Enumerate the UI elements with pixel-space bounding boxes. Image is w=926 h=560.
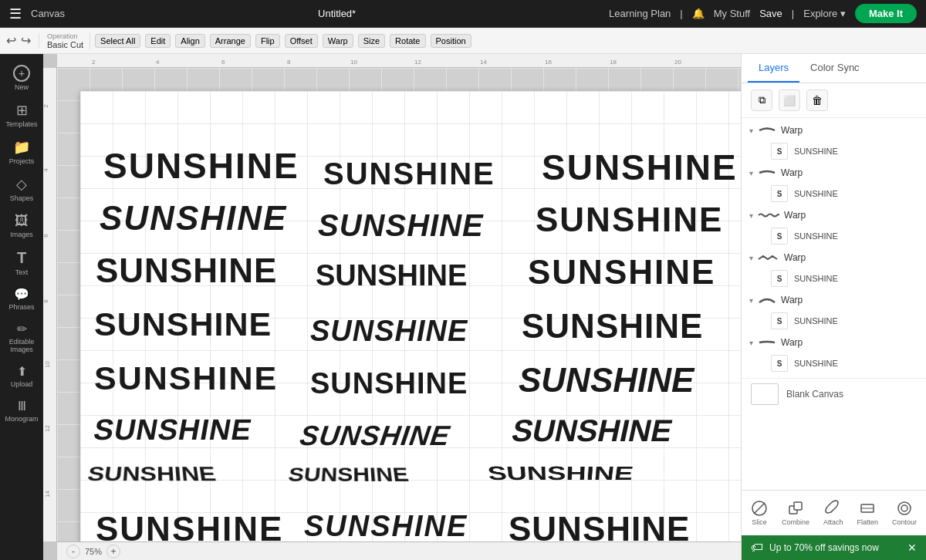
- canvas-item[interactable]: SUNSHINE: [486, 462, 635, 484]
- canvas-item[interactable]: SUNSHINE: [542, 147, 738, 188]
- phrases-icon: 💬: [14, 287, 29, 302]
- canvas-item[interactable]: SUNSHINE: [100, 199, 287, 238]
- canvas-item[interactable]: SUNSHINE: [103, 145, 299, 187]
- align-button[interactable]: Align: [175, 34, 204, 48]
- sidebar-item-editable-images[interactable]: ✏ Editable Images: [3, 317, 40, 358]
- operation-value[interactable]: Basic Cut: [47, 40, 83, 49]
- sidebar-item-monogram[interactable]: Ⅲ Monogram: [3, 394, 40, 427]
- canvas-item[interactable]: SUNSHINE: [318, 208, 484, 243]
- canvas-item[interactable]: SUNSHINE: [509, 413, 675, 448]
- canvas-item[interactable]: SUNSHINE: [286, 464, 410, 486]
- rotate-button[interactable]: Rotate: [390, 34, 425, 48]
- canvas-item[interactable]: SUNSHINE: [323, 157, 495, 191]
- canvas-item[interactable]: SUNSHINE: [528, 253, 715, 292]
- group-layer-button[interactable]: ⬜: [779, 89, 800, 111]
- tab-layers[interactable]: Layers: [748, 54, 799, 83]
- layer-group-header[interactable]: ▾ Warp: [742, 333, 926, 352]
- layer-item[interactable]: S SUNSHINE: [742, 140, 926, 163]
- copy-layer-button[interactable]: ⧉: [751, 89, 772, 111]
- layer-item[interactable]: S SUNSHINE: [742, 352, 926, 375]
- panel-tools: Slice Combine Attach Flatten Contour: [742, 490, 926, 535]
- warp-button[interactable]: Warp: [323, 34, 353, 48]
- tab-color-sync[interactable]: Color Sync: [799, 54, 870, 83]
- attach-tool[interactable]: Attach: [820, 497, 847, 529]
- my-stuff[interactable]: My Stuff: [714, 8, 750, 19]
- slice-tool[interactable]: Slice: [748, 497, 771, 529]
- canvas-item[interactable]: SUNSHINE: [94, 305, 272, 343]
- size-button[interactable]: Size: [358, 34, 385, 48]
- layer-item[interactable]: S SUNSHINE: [742, 267, 926, 290]
- canvas-item[interactable]: SUNSHINE: [316, 259, 467, 292]
- sidebar-item-text[interactable]: T Text: [3, 245, 40, 281]
- canvas-item[interactable]: SUNSHINE: [509, 510, 690, 541]
- canvas-item[interactable]: SUNSHINE: [96, 510, 283, 541]
- offset-button[interactable]: Offset: [285, 34, 318, 48]
- sidebar-item-phrases[interactable]: 💬 Phrases: [3, 282, 40, 315]
- delete-layer-button[interactable]: 🗑: [806, 89, 828, 111]
- sidebar-item-new[interactable]: + New: [3, 60, 40, 96]
- layer-group-name: Warp: [784, 210, 806, 221]
- combine-tool[interactable]: Combine: [779, 497, 813, 529]
- svg-rect-3: [794, 502, 802, 510]
- layer-item[interactable]: S SUNSHINE: [742, 182, 926, 205]
- canvas-item[interactable]: SUNSHINE: [298, 420, 452, 452]
- canvas-item[interactable]: SUNSHINE: [522, 307, 703, 346]
- sidebar-item-projects[interactable]: 📁 Projects: [3, 134, 40, 170]
- sidebar-item-label: Images: [10, 231, 33, 238]
- canvas-white-area[interactable]: SUNSHINE SUNSHINE SUNSHINE SUNSHINE SUNS…: [80, 91, 741, 541]
- redo-button[interactable]: ↪: [21, 33, 31, 48]
- canvas-item[interactable]: SUNSHINE: [86, 463, 218, 486]
- menu-icon[interactable]: ☰: [9, 5, 22, 22]
- warp-icon: [758, 168, 776, 177]
- contour-label: Contour: [892, 518, 917, 526]
- layer-group-header[interactable]: ▾ Warp: [742, 164, 926, 182]
- layer-thumb: S: [771, 355, 788, 372]
- make-it-button[interactable]: Make It: [855, 4, 917, 23]
- layer-group-header[interactable]: ▾ Warp: [742, 121, 926, 140]
- zoom-in-button[interactable]: +: [106, 545, 120, 558]
- position-button[interactable]: Position: [431, 34, 471, 48]
- sidebar-item-images[interactable]: 🖼 Images: [3, 208, 40, 243]
- canvas-item[interactable]: SUNSHINE: [94, 359, 278, 397]
- bell-icon[interactable]: 🔔: [692, 8, 705, 19]
- learning-plan[interactable]: Learning Plan: [609, 8, 671, 19]
- sidebar-item-upload[interactable]: ⬆ Upload: [3, 359, 40, 393]
- blank-canvas-layer[interactable]: Blank Canvas: [742, 378, 926, 410]
- contour-tool[interactable]: Contour: [889, 497, 920, 529]
- select-all-button[interactable]: Select All: [95, 34, 140, 48]
- layer-group-header[interactable]: ▾ Warp: [742, 206, 926, 224]
- canvas-item[interactable]: SUNSHINE: [310, 315, 468, 348]
- canvas-item[interactable]: SUNSHINE: [304, 510, 468, 541]
- canvas-area[interactable]: 2 4 6 8 10 12 14 16 18 20 2 4 6 8 10 12 …: [43, 54, 741, 560]
- layer-group-header[interactable]: ▾ Warp: [742, 291, 926, 309]
- layer-item[interactable]: S SUNSHINE: [742, 309, 926, 332]
- canvas-item[interactable]: SUNSHINE: [96, 251, 277, 290]
- chevron-icon: ▾: [749, 296, 753, 305]
- zoom-out-button[interactable]: -: [66, 545, 80, 558]
- layer-group: ▾ Warp S SUNSHINE: [742, 248, 926, 290]
- promo-text: Up to 70% off savings now: [769, 542, 879, 553]
- explore-btn[interactable]: Explore ▾: [803, 8, 846, 19]
- ruler-top: 2 4 6 8 10 12 14 16 18 20: [57, 54, 741, 68]
- warp-arch-icon: [758, 295, 776, 305]
- flatten-tool[interactable]: Flatten: [853, 497, 881, 529]
- arrange-button[interactable]: Arrange: [210, 34, 251, 48]
- save-btn[interactable]: Save: [759, 8, 782, 19]
- canvas-item[interactable]: SUNSHINE: [519, 361, 694, 400]
- left-sidebar: + New ⊞ Templates 📁 Projects ◇ Shapes 🖼 …: [0, 54, 43, 560]
- nav-right: Learning Plan | 🔔 My Stuff Save | Explor…: [609, 4, 917, 23]
- flip-button[interactable]: Flip: [255, 34, 280, 48]
- canvas-item[interactable]: SUNSHINE: [536, 201, 723, 239]
- edit-button[interactable]: Edit: [145, 34, 171, 48]
- sidebar-item-shapes[interactable]: ◇ Shapes: [3, 171, 40, 207]
- sidebar-item-templates[interactable]: ⊞ Templates: [3, 97, 40, 133]
- promo-tag-icon: 🏷: [751, 541, 763, 555]
- layer-group-header[interactable]: ▾ Warp: [742, 248, 926, 267]
- sidebar-item-label: Templates: [5, 120, 37, 128]
- divider1: |: [680, 8, 682, 19]
- canvas-item[interactable]: SUNSHINE: [310, 367, 468, 400]
- canvas-item[interactable]: SUNSHINE: [91, 413, 255, 447]
- layer-item[interactable]: S SUNSHINE: [742, 224, 926, 248]
- promo-close-button[interactable]: ✕: [907, 541, 917, 554]
- undo-button[interactable]: ↩: [6, 33, 16, 48]
